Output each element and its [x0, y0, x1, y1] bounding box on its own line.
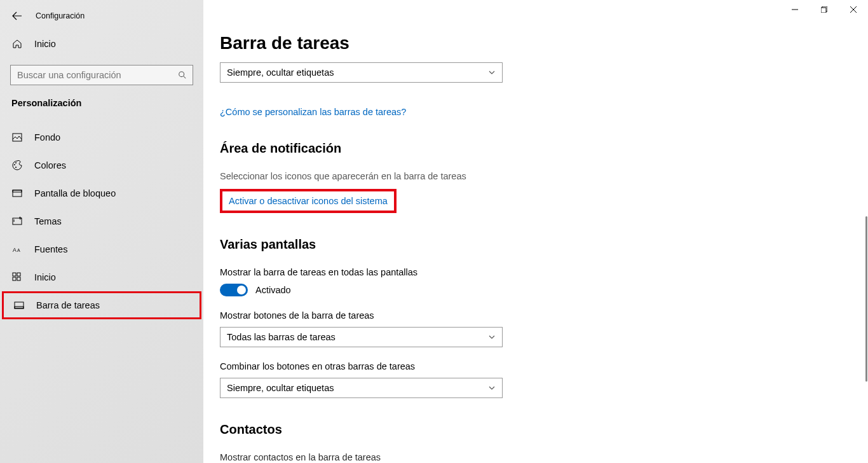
svg-rect-6 — [13, 190, 22, 197]
chevron-down-icon — [488, 69, 496, 76]
svg-rect-12 — [17, 273, 20, 276]
maximize-icon — [821, 6, 827, 13]
search-input[interactable] — [10, 65, 193, 85]
sidebar-item-colores[interactable]: Colores — [0, 151, 203, 179]
search-wrapper — [10, 65, 193, 85]
scrollbar-thumb[interactable] — [865, 216, 867, 382]
system-icons-link[interactable]: Activar o desactivar iconos del sistema — [229, 196, 388, 206]
sidebar: Configuración Inicio Personalización Fon… — [0, 0, 203, 463]
close-icon — [850, 6, 857, 13]
svg-point-4 — [15, 162, 17, 163]
window-title: Configuración — [36, 11, 85, 20]
svg-point-3 — [14, 164, 15, 165]
sidebar-item-inicio[interactable]: Inicio — [0, 263, 203, 291]
palette-icon — [11, 160, 23, 171]
sidebar-item-fuentes[interactable]: A A Fuentes — [0, 235, 203, 263]
svg-text:A: A — [13, 247, 17, 253]
customize-taskbars-link[interactable]: ¿Cómo se personalizan las barras de tare… — [220, 107, 868, 117]
combine-buttons-dropdown-2[interactable]: Siempre, ocultar etiquetas — [220, 378, 503, 398]
category-label: Personalización — [0, 98, 203, 123]
notification-area-heading: Área de notificación — [220, 117, 868, 162]
chevron-down-icon — [488, 333, 496, 341]
svg-line-1 — [184, 76, 186, 79]
sidebar-item-label: Fondo — [34, 132, 60, 142]
main-content: Barra de tareas Siempre, ocultar etiquet… — [203, 0, 868, 463]
svg-rect-11 — [13, 273, 16, 276]
svg-rect-13 — [13, 277, 16, 280]
close-button[interactable] — [839, 0, 868, 19]
maximize-button[interactable] — [810, 0, 839, 19]
svg-rect-18 — [821, 8, 826, 13]
search-icon — [178, 71, 187, 79]
show-taskbar-all-label: Mostrar la barra de tareas en todas las … — [220, 267, 868, 277]
page-title: Barra de tareas — [220, 0, 868, 62]
sidebar-item-barra-tareas[interactable]: Barra de tareas — [2, 291, 201, 319]
taskbar-icon — [13, 300, 25, 311]
home-icon — [11, 38, 23, 50]
svg-rect-16 — [15, 307, 24, 308]
dropdown-value: Siempre, ocultar etiquetas — [227, 383, 334, 393]
show-buttons-label: Mostrar botones de la barra de tareas — [220, 310, 868, 321]
svg-point-0 — [179, 72, 184, 77]
lockscreen-icon — [11, 188, 23, 199]
show-buttons-dropdown[interactable]: Todas las barras de tareas — [220, 327, 503, 347]
svg-text:A: A — [17, 248, 20, 252]
minimize-icon — [792, 6, 798, 13]
fonts-icon: A A — [11, 244, 23, 255]
picture-icon — [11, 132, 23, 143]
show-contacts-text: Mostrar contactos en la barra de tareas — [220, 452, 868, 462]
themes-icon — [11, 216, 23, 227]
sidebar-item-pantalla-bloqueo[interactable]: Pantalla de bloqueo — [0, 179, 203, 207]
home-nav-item[interactable]: Inicio — [0, 32, 203, 56]
combine-buttons-label: Combinar los botones en otras barras de … — [220, 361, 868, 371]
toggle-knob — [237, 286, 246, 294]
system-icons-highlight: Activar o desactivar iconos del sistema — [220, 189, 397, 213]
sidebar-item-label: Inicio — [34, 272, 56, 282]
svg-point-5 — [15, 167, 17, 168]
toggle-state-label: Activado — [255, 285, 291, 295]
combine-buttons-dropdown-1[interactable]: Siempre, ocultar etiquetas — [220, 62, 503, 83]
back-button[interactable] — [11, 10, 23, 22]
show-taskbar-toggle[interactable] — [220, 284, 248, 296]
dropdown-value: Siempre, ocultar etiquetas — [227, 67, 334, 78]
arrow-left-icon — [12, 11, 22, 21]
sidebar-item-fondo[interactable]: Fondo — [0, 123, 203, 151]
sidebar-item-temas[interactable]: Temas — [0, 207, 203, 235]
svg-rect-7 — [13, 190, 22, 192]
svg-rect-14 — [17, 277, 20, 280]
sidebar-item-label: Temas — [34, 216, 62, 226]
chevron-down-icon — [488, 384, 496, 392]
dropdown-value: Todas las barras de tareas — [227, 332, 336, 342]
sidebar-item-label: Fuentes — [34, 244, 67, 254]
multiple-displays-heading: Varias pantallas — [220, 213, 868, 258]
sidebar-item-label: Pantalla de bloqueo — [34, 188, 116, 198]
select-icons-text[interactable]: Seleccionar los iconos que aparecerán en… — [220, 171, 868, 181]
start-icon — [11, 272, 23, 283]
home-label: Inicio — [34, 39, 56, 49]
contacts-heading: Contactos — [220, 398, 868, 443]
window-controls — [780, 0, 868, 19]
sidebar-item-label: Colores — [34, 160, 66, 170]
sidebar-item-label: Barra de tareas — [36, 300, 100, 310]
minimize-button[interactable] — [780, 0, 810, 19]
